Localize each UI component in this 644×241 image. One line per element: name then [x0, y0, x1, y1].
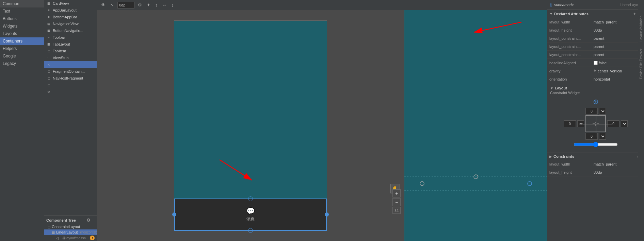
component-item-cardview[interactable]: ▦CardView	[44, 0, 97, 7]
tree-extra-include-child: @layout/messa...	[62, 236, 88, 240]
bottom-attr-rows: layout_width match_parent ▼ layout_heigh…	[547, 160, 644, 176]
properties-panel: ℹ <unnamed> LinearLayout ▼ Declared Attr…	[547, 0, 644, 241]
palette-category-google[interactable]: Google	[0, 52, 44, 60]
constraint-left-input[interactable]	[564, 120, 576, 127]
palette-category-buttons[interactable]: Buttons	[0, 15, 44, 22]
constraint-add-icon[interactable]: ⊕	[593, 98, 599, 106]
tree-extra-linearlayout: (horizontal)	[80, 230, 97, 234]
info-icon[interactable]: ℹ	[550, 2, 552, 7]
component-item-navhostfragment[interactable]: ◻NavHostFragment	[44, 75, 97, 82]
palette-category-helpers[interactable]: Helpers	[0, 45, 44, 52]
align-v-btn[interactable]: ↕	[154, 2, 159, 8]
constraint-bias-slider[interactable]	[574, 142, 618, 147]
svg-point-4	[474, 175, 478, 179]
tree-item-constraintlayout[interactable]: ◻ConstraintLayout	[44, 224, 97, 229]
attr-value-text-6: center_vertical	[594, 69, 637, 73]
component-item-requestfocus[interactable]: ⊙	[44, 88, 97, 95]
side-tab-device-file-explorer[interactable]: Device File Explorer	[639, 47, 643, 81]
component-item-bottomappbar[interactable]: ≡BottomAppBar	[44, 14, 97, 20]
component-item-navigationview[interactable]: ▤NavigationView	[44, 20, 97, 27]
magic-tool-btn[interactable]: ✦	[145, 2, 152, 8]
attr-checkbox-5[interactable]	[594, 61, 598, 65]
palette-category-widgets[interactable]: Widgets	[0, 22, 44, 30]
cursor-tool-btn[interactable]: ↖	[109, 2, 115, 8]
component-icon-viewstub: ⋯	[46, 55, 51, 60]
attr-value-2: parent▼	[594, 36, 642, 41]
align-h-btn[interactable]: ↔	[161, 2, 168, 8]
attr-value-text-4: parent	[594, 53, 637, 57]
layout-section-header[interactable]: ▼ Layout	[550, 85, 641, 91]
component-label-appbarlayout: AppBarLayout	[53, 8, 77, 12]
zoom-in-btn[interactable]: +	[392, 189, 401, 197]
attr-value-6: center_vertical▼	[594, 69, 642, 73]
tree-item-include-child[interactable]: ◁@layout/messa...!	[44, 235, 97, 241]
side-tab-layout-validation[interactable]: Layout Validation	[639, 14, 643, 44]
right-constraint-handle[interactable]	[325, 212, 329, 217]
declared-attributes-section-header[interactable]: ▼ Declared Attributes + −	[547, 10, 644, 18]
constraint-right-select[interactable]: ▼	[621, 120, 628, 127]
attr-value-5: false	[594, 61, 642, 65]
palette-category-legacy[interactable]: Legacy	[0, 60, 44, 67]
component-icon-bottomnavigation: ▦	[46, 28, 51, 33]
attr-value-text-2: parent	[594, 36, 637, 40]
component-item-tablayout[interactable]: ▦TabLayout	[44, 41, 97, 48]
phone-top-dark	[174, 21, 327, 199]
bottom-attr-value-text-0: match_parent	[594, 162, 637, 166]
offset-input[interactable]	[117, 2, 134, 8]
component-item-toolbar[interactable]: ≡Toolbar	[44, 34, 97, 41]
constraint-bottom-select[interactable]: ▼	[599, 133, 606, 140]
canvas-content: 💬 消息 ✋ + − 1:1	[97, 10, 547, 241]
palette-category-common[interactable]: Common	[0, 0, 44, 7]
attr-row-0: layout_width match_parent▼	[547, 18, 644, 26]
blueprint-panel	[404, 10, 547, 241]
component-item-view[interactable]: ◻	[44, 82, 97, 88]
constraint-widget-label: Constraint Widget	[550, 91, 641, 95]
component-icon-view: ◻	[46, 83, 51, 87]
palette-category-text[interactable]: Text	[0, 7, 44, 15]
minimize-icon[interactable]: −	[92, 218, 95, 223]
constraint-middle-row: ▼ ▼	[564, 115, 628, 132]
bottom-attr-row-0: layout_width match_parent ▼	[547, 160, 644, 168]
component-label-navhostfragment: NavHostFragment	[53, 76, 83, 80]
constraints-collapse-icon: ▶	[549, 155, 552, 158]
layout-collapse-icon: ▼	[550, 86, 553, 90]
settings-icon[interactable]: ⚙	[86, 218, 91, 223]
component-item-include[interactable]: ◁	[44, 61, 97, 68]
component-item-fragmentcontain[interactable]: ◻FragmentContain...	[44, 68, 97, 75]
baseline-btn[interactable]: ↨	[170, 2, 175, 8]
component-icon-fragmentcontain: ◻	[46, 69, 51, 74]
component-icon-toolbar: ≡	[46, 35, 51, 40]
attr-value-text-5: false	[599, 61, 642, 65]
zoom-out-btn[interactable]: −	[392, 198, 401, 206]
design-canvas[interactable]: 💬 消息 ✋ + − 1:1	[97, 10, 404, 241]
canvas-area: 👁 ↖ ⚙ ✦ ↕ ↔ ↨ 💬 消息	[97, 0, 547, 241]
constraint-widget: ⊕ ▼ ▼	[562, 98, 630, 149]
component-item-tabitem[interactable]: ◻TabItem	[44, 48, 97, 54]
component-icon-tabitem: ◻	[46, 49, 51, 53]
palette-category-layouts[interactable]: Layouts	[0, 30, 44, 37]
component-item-bottomnavigation[interactable]: ▦BottomNavigatio...	[44, 27, 97, 34]
attr-row-7: orientation horizontal▼	[547, 75, 644, 83]
constraints-section-header[interactable]: ▶ Constraints (4)	[547, 153, 644, 160]
component-item-viewstub[interactable]: ⋯ViewStub	[44, 54, 97, 61]
constraint-top-select[interactable]: ▼	[599, 108, 606, 115]
svg-point-5	[420, 182, 424, 186]
palette-category-containers[interactable]: Containers	[0, 37, 44, 45]
component-tree-title: Component Tree	[46, 218, 76, 222]
left-constraint-handle[interactable]	[172, 212, 176, 217]
path-tool-btn[interactable]: ⚙	[136, 2, 143, 8]
select-tool-btn[interactable]: 👁	[100, 2, 107, 8]
canvas-toolbar: 👁 ↖ ⚙ ✦ ↕ ↔ ↨	[97, 0, 547, 10]
component-icon-bottomappbar: ≡	[46, 15, 51, 19]
attr-name-4: layout_constraint...	[549, 53, 594, 57]
attr-name-7: orientation	[549, 77, 594, 81]
declared-attributes-rows: layout_width match_parent▼ layout_height…	[547, 18, 644, 83]
constraints-section-title: Constraints	[553, 154, 636, 158]
tree-item-linearlayout[interactable]: ▦LinearLayout(horizontal)	[44, 229, 97, 235]
selected-component[interactable]: 💬 消息	[174, 199, 327, 231]
tree-icon-include-child: ◁	[56, 236, 59, 240]
zoom-controls: + − 1:1	[392, 189, 401, 214]
attr-row-5: baselineAligned false	[547, 59, 644, 67]
component-item-appbarlayout[interactable]: ≡AppBarLayout	[44, 7, 97, 14]
add-attribute-btn[interactable]: +	[633, 11, 637, 16]
